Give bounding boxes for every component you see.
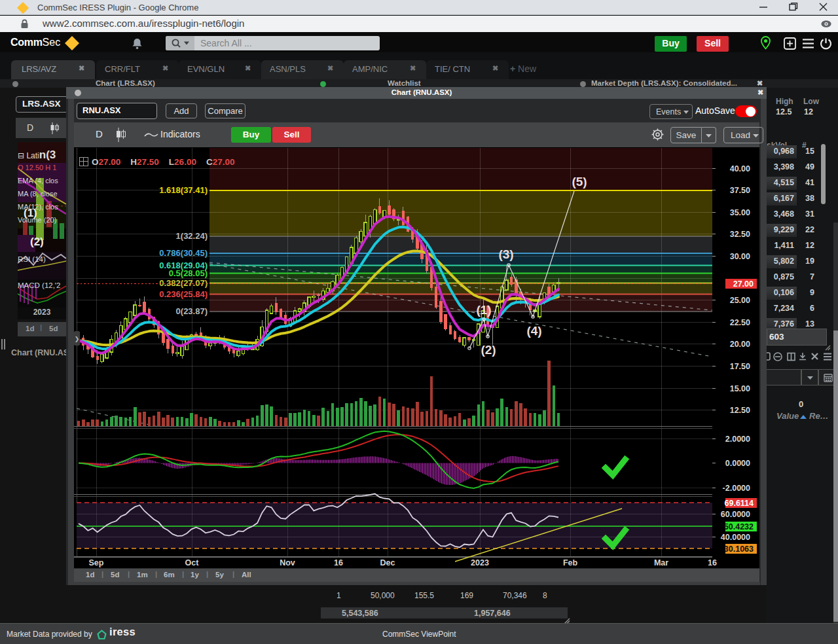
svg-text:60.0000: 60.0000	[721, 510, 750, 519]
svg-text:2.0000: 2.0000	[725, 435, 750, 444]
svg-text:16: 16	[334, 558, 343, 567]
svg-text:0.0000: 0.0000	[725, 459, 750, 468]
svg-text:Feb: Feb	[563, 558, 578, 567]
svg-text:12.50: 12.50	[730, 406, 750, 415]
svg-text:0.382(27.07): 0.382(27.07)	[159, 278, 208, 288]
svg-text:15.00: 15.00	[730, 384, 750, 393]
svg-text:Oct: Oct	[185, 558, 200, 567]
svg-text:Dec: Dec	[380, 558, 395, 567]
svg-text:(1): (1)	[476, 303, 491, 317]
svg-text:0.786(30.45): 0.786(30.45)	[159, 248, 208, 258]
svg-text:30.1063: 30.1063	[724, 545, 754, 554]
svg-text:Sep: Sep	[89, 558, 104, 567]
svg-text:Nov: Nov	[280, 558, 295, 567]
svg-text:0.5(28.05): 0.5(28.05)	[169, 268, 208, 278]
svg-text:32.50: 32.50	[730, 230, 750, 239]
svg-text:16: 16	[708, 558, 717, 567]
svg-text:25.00: 25.00	[730, 296, 750, 305]
svg-text:69.6114: 69.6114	[725, 499, 754, 508]
svg-text:35.00: 35.00	[730, 208, 750, 217]
svg-text:0.236(25.84): 0.236(25.84)	[159, 289, 208, 299]
svg-text:(3): (3)	[498, 247, 513, 261]
svg-text:2023: 2023	[471, 558, 489, 567]
svg-text:Mar: Mar	[654, 558, 668, 567]
svg-text:(2): (2)	[481, 343, 496, 357]
svg-text:(5): (5)	[572, 175, 587, 188]
svg-text:27.00: 27.00	[733, 279, 754, 289]
svg-text:1.618(37.41): 1.618(37.41)	[159, 185, 208, 195]
svg-text:0(23.87): 0(23.87)	[176, 306, 208, 316]
svg-text:40.0000: 40.0000	[721, 533, 750, 542]
svg-text:20.00: 20.00	[730, 340, 750, 349]
svg-text:30.00: 30.00	[730, 252, 750, 261]
svg-text:50.4232: 50.4232	[724, 522, 754, 531]
svg-text:40.00: 40.00	[730, 164, 750, 173]
svg-text:1(32.24): 1(32.24)	[176, 231, 208, 241]
svg-text:❯: ❯	[75, 336, 80, 343]
svg-text:17.50: 17.50	[730, 362, 750, 371]
svg-text:22.50: 22.50	[730, 318, 750, 327]
svg-text:37.50: 37.50	[730, 186, 750, 195]
svg-text:-2.0000: -2.0000	[723, 484, 750, 493]
svg-text:(4): (4)	[526, 324, 541, 338]
